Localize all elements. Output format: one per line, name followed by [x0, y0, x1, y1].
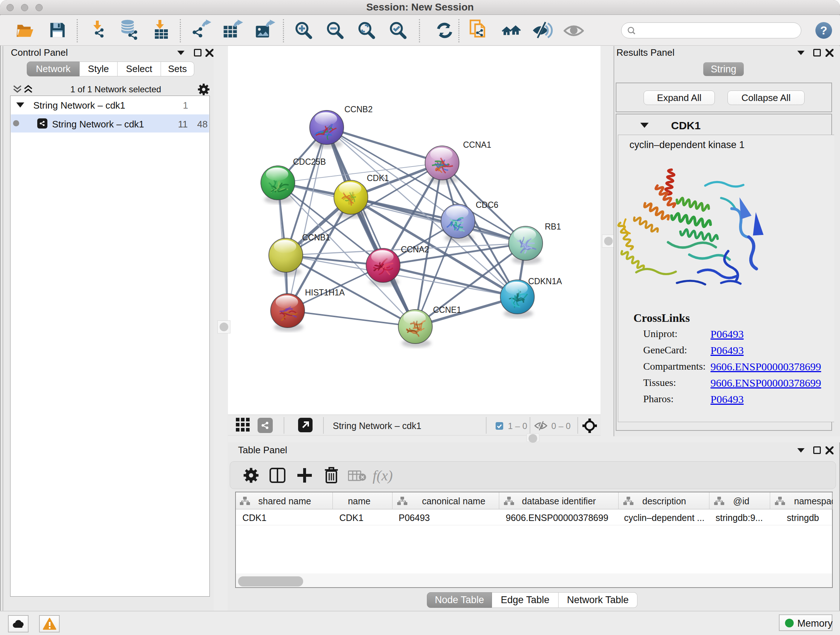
svg-text:CCNB2: CCNB2 [344, 105, 373, 114]
svg-text:HIST1H1A: HIST1H1A [305, 288, 345, 297]
svg-text:CCNE1: CCNE1 [433, 305, 461, 315]
svg-text:CCNB1: CCNB1 [302, 233, 330, 242]
svg-text:RB1: RB1 [545, 222, 561, 231]
svg-text:CDC6: CDC6 [476, 200, 499, 210]
svg-text:CCNA2: CCNA2 [401, 245, 429, 254]
svg-text:CCNA1: CCNA1 [463, 140, 491, 149]
svg-text:CDKN1A: CDKN1A [528, 277, 562, 286]
svg-text:CDC25B: CDC25B [293, 157, 326, 166]
svg-text:CDK1: CDK1 [367, 173, 389, 183]
